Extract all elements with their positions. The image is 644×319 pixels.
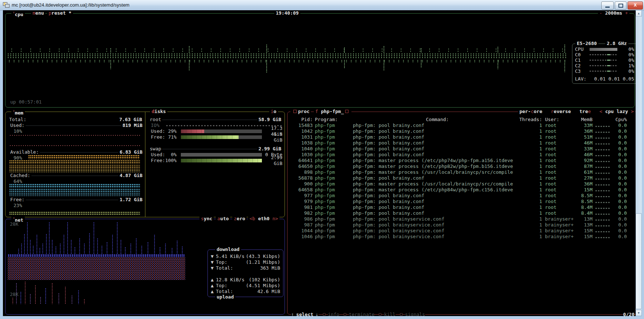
mem-used-graph2 xyxy=(9,145,141,146)
disk-root-free-meter xyxy=(181,135,262,139)
search-key-icon[interactable]: f xyxy=(315,109,318,114)
tree-button[interactable]: tree xyxy=(579,109,591,114)
proc-box: proc f php-fpm_ per-core reverse tree < … xyxy=(287,112,636,315)
graph-spike xyxy=(188,46,190,53)
proc-collapse-icon[interactable] xyxy=(293,110,297,113)
graph-spike xyxy=(154,234,155,254)
maximize-button[interactable] xyxy=(615,1,626,10)
process-row[interactable]: 15483php-fpmphp-fpm: pool brainy.conf1ro… xyxy=(288,123,636,128)
graph-spike xyxy=(120,240,122,254)
select-up-icon[interactable]: ↑ xyxy=(291,312,294,316)
process-cpu-graph xyxy=(595,175,611,181)
window-scrollbar[interactable]: ▲ ▼ xyxy=(636,10,642,316)
net-stat-row: ▲12.8 KiB/s(102 Kibps) xyxy=(208,277,283,283)
net-stats-box: download ▼5.41 KiB/s(43.3 Kibps)▼Top:(1.… xyxy=(207,249,283,297)
graph-spike xyxy=(42,243,43,254)
process-row[interactable]: 1031php-fpmphp-fpm: pool brainy.conf1roo… xyxy=(288,134,636,140)
preset-button[interactable]: preset * xyxy=(47,10,73,16)
graph-spike xyxy=(344,47,345,53)
net-upload-spikes xyxy=(5,281,100,304)
net-zero-button[interactable]: zero xyxy=(232,216,247,222)
footer-bracket-icon xyxy=(344,313,346,316)
uptime: up 00:57:01 xyxy=(10,99,42,105)
process-row[interactable]: 64658php-fpmphp-fpm: master process (/et… xyxy=(288,187,636,193)
mem-cached-row: Cached:4.87 GiB xyxy=(9,173,144,179)
app-window: mc [root@ub24.itdeveloper.com.ua]:/lib/s… xyxy=(0,0,644,319)
graph-spike xyxy=(78,290,79,304)
cpu-usage-graph xyxy=(7,53,567,59)
graph-spike xyxy=(20,292,22,304)
interval-decrease-button[interactable]: - xyxy=(599,10,602,16)
sort-prev-icon[interactable]: < xyxy=(599,109,602,114)
select-down-icon[interactable]: ↓ xyxy=(316,312,319,316)
search-clear-icon[interactable] xyxy=(345,110,348,113)
mem-used-pct: 10% xyxy=(14,128,22,134)
menu-button[interactable]: menu xyxy=(31,10,45,16)
process-row[interactable]: 977php-fpmphp-fpm: pool brainy.conf1root… xyxy=(288,193,636,199)
proc-search[interactable]: f php-fpm_ xyxy=(314,109,351,115)
graph-spike xyxy=(97,238,98,254)
process-row[interactable]: 1030php-fpmphp-fpm: pool brainy.conf1roo… xyxy=(288,152,636,158)
process-row[interactable]: 981php-fpmphp-fpm: pool brainy.conf1root… xyxy=(288,204,636,210)
graph-spike xyxy=(45,288,46,304)
process-row[interactable]: 987php-fpmphp-fpm: pool brainyservice.co… xyxy=(288,222,636,228)
process-row[interactable]: 56878php-fpmphp-fpm: pool brainy.conf1ro… xyxy=(288,175,636,181)
process-row[interactable]: 1040php-fpmphp-fpm: pool brainy.conf1roo… xyxy=(288,146,636,152)
process-row[interactable]: 1038php-fpmphp-fpm: pool brainy.conf1roo… xyxy=(288,140,636,146)
info-button[interactable]: info xyxy=(328,312,339,316)
graph-spike xyxy=(182,246,183,254)
close-button[interactable]: X xyxy=(628,1,643,10)
scrollbar-thumb[interactable] xyxy=(636,213,642,309)
net-sync-button[interactable]: sync xyxy=(199,216,214,222)
scroll-down-icon[interactable]: ▼ xyxy=(636,310,642,316)
process-cpu-graph xyxy=(595,134,611,140)
core-usage-graph xyxy=(590,60,617,61)
process-row[interactable]: 986php-fpmphp-fpm: pool brainyservice.co… xyxy=(288,216,636,222)
minimize-button[interactable] xyxy=(601,1,614,10)
signals-button[interactable]: signals xyxy=(405,312,425,316)
process-row[interactable]: 1046php-fpmphp-fpm: pool brainyservice.c… xyxy=(288,234,636,240)
mem-free-row: Free:1.72 GiB xyxy=(9,197,144,203)
process-cpu-graph xyxy=(595,199,611,204)
interval-increase-button[interactable]: + xyxy=(625,10,628,16)
cpu-info-box: E5-2680 2.8 GHz CPU0%C00%C10%C21%C30% LA… xyxy=(572,44,636,84)
sort-next-icon[interactable]: > xyxy=(631,109,634,114)
net-interface-switcher[interactable]: <b eth0 n> xyxy=(248,216,279,222)
process-row[interactable]: 1044php-fpmphp-fpm: pool brainyservice.c… xyxy=(288,228,636,234)
io-mode-button[interactable]: io xyxy=(269,109,278,115)
process-row[interactable]: 1042php-fpmphp-fpm: pool brainy.conf1roo… xyxy=(288,128,636,134)
sort-column-selector[interactable]: < cpu lazy > xyxy=(599,109,634,114)
window-titlebar[interactable]: mc [root@ub24.itdeveloper.com.ua]:/lib/s… xyxy=(0,0,644,11)
scroll-up-icon[interactable]: ▲ xyxy=(636,10,642,16)
process-row[interactable]: 64650php-fpmphp-fpm: master process (/et… xyxy=(288,164,636,169)
mem-available-graph xyxy=(9,169,140,172)
process-row[interactable]: 982php-fpmphp-fpm: pool brainy.conf1root… xyxy=(288,210,636,216)
process-row[interactable]: 979php-fpmphp-fpm: pool brainy.conf1root… xyxy=(288,199,636,204)
lav-label: LAV: xyxy=(575,76,586,82)
mem-available-graph xyxy=(9,165,140,169)
load-average-row: LAV: 0.01 0.01 0.05 xyxy=(575,76,634,82)
per-core-button[interactable]: per-core xyxy=(519,109,542,114)
process-row[interactable]: 64641php-fpmphp-fpm: master process (/et… xyxy=(288,158,636,164)
graph-spike xyxy=(117,222,118,254)
mem-box-title: ²mem xyxy=(11,109,25,116)
terminate-button[interactable]: terminate xyxy=(349,312,374,316)
kill-button[interactable]: kill xyxy=(384,312,395,316)
process-row[interactable]: 898php-fpmphp-fpm: master process (/usr/… xyxy=(288,169,636,175)
graph-spike xyxy=(106,242,108,254)
cpu-info-row: C10% xyxy=(575,57,634,63)
process-row[interactable]: 900php-fpmphp-fpm: master process (/usr/… xyxy=(288,181,636,187)
reverse-button[interactable]: reverse xyxy=(551,109,571,114)
net-stat-row: ▲Total:42.6 MiB xyxy=(208,289,283,294)
download-title: download xyxy=(215,247,241,252)
core-usage-graph xyxy=(590,54,617,55)
graph-spike xyxy=(40,297,41,304)
graph-spike xyxy=(497,46,499,53)
disk-root-row: root58.9 GiB xyxy=(149,117,282,123)
graph-spike xyxy=(136,238,137,254)
mem-total-row: Total:7.63 GiB xyxy=(9,117,142,123)
search-query: php-fpm_ xyxy=(321,109,344,114)
graph-spike xyxy=(52,283,53,304)
net-auto-button[interactable]: auto xyxy=(216,216,230,222)
process-cpu-graph xyxy=(595,146,611,152)
